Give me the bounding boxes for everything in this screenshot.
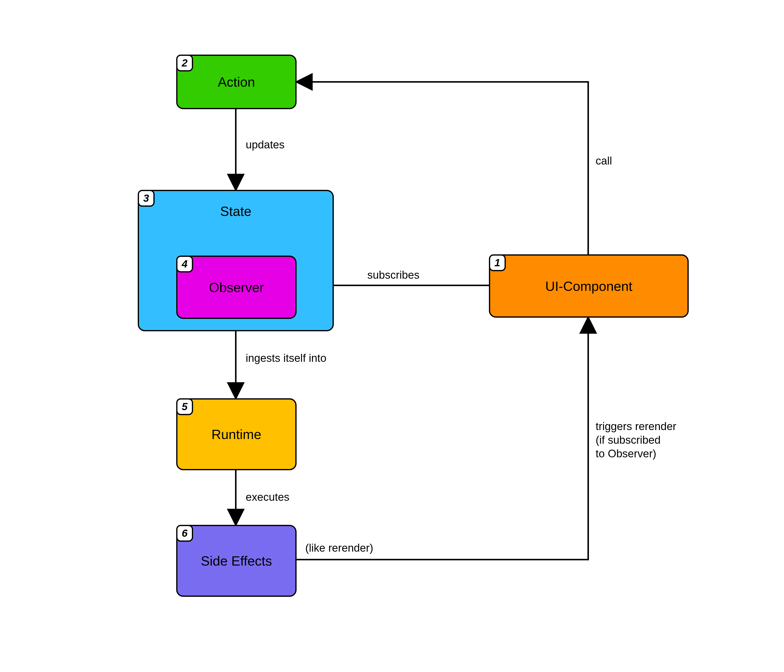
edge-label-ingests: ingests itself into — [246, 351, 327, 365]
node-runtime-label: Runtime — [212, 426, 261, 442]
node-observer: 4 Observer — [176, 256, 297, 319]
edge-label-executes: executes — [246, 490, 289, 504]
edge-label-triggers: triggers rerender (if subscribed to Obse… — [596, 419, 676, 460]
edge-label-call: call — [596, 154, 612, 168]
edge-triggers — [297, 317, 588, 560]
node-ui-component-badge: 1 — [489, 254, 506, 271]
edge-label-like-rerender: (like rerender) — [305, 541, 373, 555]
node-side-effects-label: Side Effects — [201, 553, 272, 569]
node-runtime-badge: 5 — [176, 398, 193, 415]
edge-call — [297, 82, 588, 254]
node-side-effects: 6 Side Effects — [176, 525, 297, 597]
node-runtime: 5 Runtime — [176, 398, 297, 470]
node-side-effects-badge: 6 — [176, 525, 193, 542]
node-action-label: Action — [218, 74, 255, 90]
node-ui-component-label: UI-Component — [545, 278, 632, 294]
edge-layer — [0, 0, 784, 672]
node-state-badge: 3 — [138, 190, 155, 207]
node-observer-badge: 4 — [176, 256, 193, 272]
node-action-badge: 2 — [176, 54, 193, 72]
diagram-canvas: 2 Action 3 State 4 Observer 5 Runtime 6 … — [0, 0, 784, 672]
node-ui-component: 1 UI-Component — [489, 254, 689, 317]
node-action: 2 Action — [176, 54, 297, 109]
edge-label-subscribes: subscribes — [367, 268, 419, 282]
node-observer-label: Observer — [209, 280, 264, 295]
node-state-label: State — [139, 204, 333, 219]
edge-label-updates: updates — [246, 138, 285, 151]
